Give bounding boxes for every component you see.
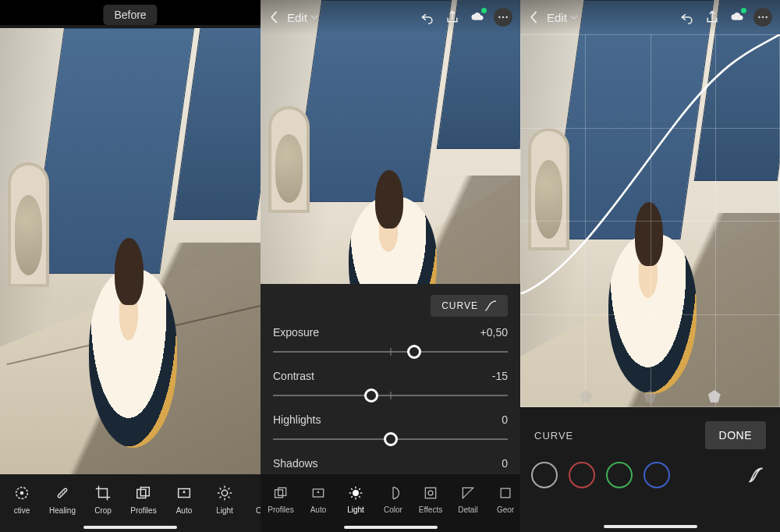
exposure-slider-row: Exposure+0,50 xyxy=(273,326,508,359)
tone-curve-path[interactable] xyxy=(520,34,780,294)
curve-channel-blue[interactable] xyxy=(644,462,670,488)
back-button[interactable] xyxy=(268,10,279,24)
toolbar-item-selective[interactable]: ctive xyxy=(2,484,42,515)
effects-icon xyxy=(422,484,439,502)
curve-button-label: CURVE xyxy=(441,300,478,311)
auto-icon xyxy=(176,484,193,502)
exposure-knob[interactable] xyxy=(407,345,421,359)
toolbar-label: Light xyxy=(216,506,233,515)
bottom-toolbar: ctive Healing Crop Profiles Auto Light xyxy=(0,474,261,532)
home-indicator[interactable] xyxy=(604,525,697,528)
toolbar-item-color[interactable]: Color xyxy=(374,484,412,514)
svg-point-9 xyxy=(222,490,227,495)
toolbar-item-geometry[interactable]: Geor xyxy=(487,484,520,514)
svg-point-21 xyxy=(498,16,500,18)
curve-panel-label: CURVE xyxy=(534,430,573,442)
svg-rect-24 xyxy=(275,490,283,498)
undo-button[interactable] xyxy=(679,9,696,26)
svg-point-5 xyxy=(62,492,62,493)
color-icon xyxy=(385,484,402,502)
toolbar-item-light[interactable]: Light xyxy=(204,484,245,515)
screenshot-before-panel: Before ctive Healing Crop xyxy=(0,0,261,532)
photo-preview[interactable] xyxy=(0,28,261,474)
curve-handle-shadows[interactable] xyxy=(580,390,592,403)
undo-button[interactable] xyxy=(419,9,436,26)
shadows-label: Shadows xyxy=(273,457,318,470)
curve-controls-panel: CURVE DONE xyxy=(520,407,780,532)
toolbar-item-profiles[interactable]: Profiles xyxy=(123,484,164,515)
svg-rect-36 xyxy=(425,488,435,498)
toolbar-item-color[interactable]: Color xyxy=(245,484,261,515)
photo-hair xyxy=(115,238,144,305)
contrast-knob[interactable] xyxy=(364,388,378,403)
profiles-icon xyxy=(272,484,289,502)
toolbar-item-detail[interactable]: Detail xyxy=(449,484,487,514)
toolbar-label: Auto xyxy=(176,506,193,515)
curve-region-handles xyxy=(520,390,780,403)
toolbar-label: Geor xyxy=(497,505,514,514)
bottom-toolbar: Profiles Auto Light Color Effects Detail xyxy=(261,474,520,532)
done-button[interactable]: DONE xyxy=(705,421,766,449)
crop-icon xyxy=(94,484,112,502)
highlights-slider-row: Highlights0 xyxy=(273,413,508,446)
contrast-value: -15 xyxy=(492,370,508,382)
svg-point-23 xyxy=(505,16,507,18)
exposure-value: +0,50 xyxy=(480,326,508,339)
toolbar-item-light[interactable]: Light xyxy=(337,484,374,514)
edit-label: Edit xyxy=(547,11,567,24)
share-button[interactable] xyxy=(704,9,721,26)
svg-line-32 xyxy=(351,488,353,490)
contrast-slider[interactable] xyxy=(273,388,508,403)
svg-rect-6 xyxy=(137,489,146,498)
svg-line-16 xyxy=(220,496,222,498)
toolbar-item-auto[interactable]: Auto xyxy=(164,484,204,515)
light-adjustments-panel: CURVE Exposure+0,50 Contrast-15 Highligh… xyxy=(261,284,520,474)
cloud-sync-button[interactable] xyxy=(729,9,746,26)
edit-menu-button[interactable]: Edit xyxy=(547,11,578,24)
toolbar-item-healing[interactable]: Healing xyxy=(42,484,83,515)
home-indicator[interactable] xyxy=(83,526,177,529)
exposure-slider[interactable] xyxy=(273,345,508,359)
highlights-slider[interactable] xyxy=(273,432,508,446)
curve-button[interactable]: CURVE xyxy=(431,295,508,317)
light-icon xyxy=(216,484,233,502)
toolbar-label: Light xyxy=(347,505,364,514)
topbar: Edit xyxy=(261,0,520,34)
before-pill[interactable]: Before xyxy=(103,5,157,25)
curve-editor-canvas[interactable] xyxy=(520,34,780,407)
toolbar-item-profiles[interactable]: Profiles xyxy=(262,484,300,514)
edit-menu-button[interactable]: Edit xyxy=(287,11,318,24)
more-button[interactable] xyxy=(753,8,772,27)
toolbar-label: Color xyxy=(384,505,402,514)
cloud-sync-button[interactable] xyxy=(469,9,486,26)
parametric-curve-button[interactable] xyxy=(743,462,769,488)
screenshot-light-panel: Edit CURVE Exposure+0,50 Contrast-15 xyxy=(261,0,520,532)
more-button[interactable] xyxy=(494,8,512,27)
svg-line-15 xyxy=(229,496,230,498)
toolbar-item-effects[interactable]: Effects xyxy=(412,484,449,514)
toolbar-label: Effects xyxy=(419,505,442,514)
home-indicator[interactable] xyxy=(344,526,438,529)
curve-channel-luma[interactable] xyxy=(531,462,558,488)
share-button[interactable] xyxy=(444,9,461,26)
svg-point-1 xyxy=(20,491,24,495)
toolbar-label: Detail xyxy=(458,505,478,514)
toolbar-item-auto[interactable]: Auto xyxy=(300,484,337,514)
toolbar-item-crop[interactable]: Crop xyxy=(83,484,123,515)
edit-label: Edit xyxy=(287,11,307,24)
photo-hair xyxy=(375,170,404,229)
contrast-slider-row: Contrast-15 xyxy=(273,370,508,403)
svg-point-4 xyxy=(64,490,65,491)
curve-handle-midtones[interactable] xyxy=(644,390,657,403)
curve-channel-green[interactable] xyxy=(606,462,633,488)
profiles-icon xyxy=(135,484,152,502)
curve-handle-highlights[interactable] xyxy=(708,390,721,403)
light-icon xyxy=(347,484,364,502)
back-button[interactable] xyxy=(528,10,539,24)
highlights-label: Highlights xyxy=(273,413,321,426)
svg-point-41 xyxy=(765,16,767,18)
curve-channel-red[interactable] xyxy=(569,462,595,488)
highlights-knob[interactable] xyxy=(384,432,398,446)
toolbar-label: Crop xyxy=(94,506,112,515)
svg-point-22 xyxy=(502,16,504,18)
